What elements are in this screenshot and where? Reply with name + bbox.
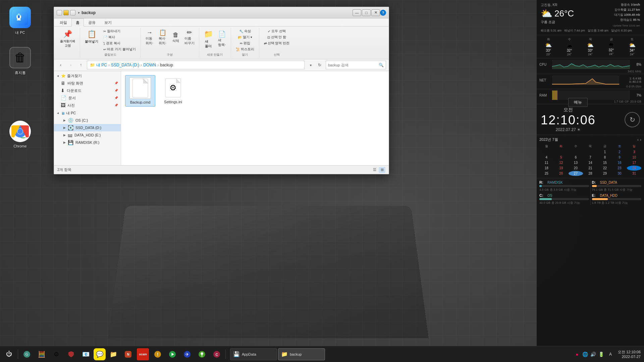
help-button[interactable]: ? (380, 10, 386, 16)
tab-file[interactable]: 파일 (55, 18, 71, 26)
cal-day-14[interactable]: 14 (583, 160, 598, 165)
cut-button[interactable]: ✂ 잘라내기 (101, 28, 138, 34)
cal-day-22[interactable]: 22 (598, 166, 612, 171)
taskbar-settings-button[interactable]: ⚙ (49, 348, 63, 361)
cal-day-1[interactable]: 1 (598, 149, 612, 155)
address-path[interactable]: 📁 내 PC › SSD_DATA (D:) › DOWN › backup (87, 61, 305, 69)
pin-button[interactable]: 📌 즐겨찾기에고정 (58, 28, 77, 49)
mypc-header[interactable]: ▼ 🖥 내 PC (54, 110, 121, 117)
open-button[interactable]: 📂 열기 ▾ (236, 35, 254, 40)
file-view[interactable]: Backup.cmd ⚙ Settings.ini (121, 71, 389, 165)
back-button[interactable]: ‹ (57, 61, 65, 69)
copy-button[interactable]: 📄 복사 (101, 35, 138, 40)
forward-button[interactable]: › (67, 61, 75, 69)
copy-path-button[interactable]: ⤵ 경로 복사 (101, 41, 138, 46)
cal-day-2[interactable]: 2 (612, 149, 627, 155)
paste-button[interactable]: 📋 붙여넣기 (83, 28, 100, 45)
copy-to-button[interactable]: 📋 복사위치· (157, 28, 169, 47)
cal-day-15[interactable]: 15 (598, 160, 612, 165)
tray-network-icon[interactable]: 🌐 (582, 351, 588, 358)
cal-next-button[interactable]: › (640, 137, 641, 142)
new-folder-button[interactable]: 📁 새폴더 (202, 28, 215, 50)
move-button[interactable]: → 이동위치· (144, 28, 156, 47)
cal-day-27-today[interactable]: 27 (569, 171, 583, 176)
sidebar-item-r[interactable]: ▶ 💾 RAMDISK (R:) (54, 139, 121, 146)
tray-volume-icon[interactable]: 🔊 (590, 351, 596, 358)
cal-day-21[interactable]: 21 (583, 166, 598, 171)
cal-day-3[interactable]: 3 (627, 149, 641, 155)
cal-day-11[interactable]: 11 (539, 160, 554, 165)
refresh-clock-button[interactable]: ↻ (625, 112, 640, 127)
close-button[interactable]: ✕ (371, 9, 380, 16)
cal-day-8[interactable]: 8 (598, 155, 612, 160)
delete-button[interactable]: 🗑 삭제 (170, 31, 182, 44)
favorites-header[interactable]: ▼ ⭐ 즐겨찾기 (54, 72, 121, 79)
search-input[interactable] (328, 63, 377, 67)
cal-day-10[interactable]: 10 (627, 155, 641, 160)
sidebar-item-photos[interactable]: 🖼 사진 📌 (54, 102, 121, 109)
taskbar-star-button[interactable]: ✈ (180, 348, 194, 361)
select-none-button[interactable]: ⊡ 선택 안 함 (265, 35, 288, 40)
rename-button[interactable]: ✏ 이름바꾸기 (183, 28, 196, 47)
dropdown-button[interactable]: ▾ (307, 61, 315, 69)
cal-day-28[interactable]: 28 (583, 171, 598, 176)
taskbar-mail-button[interactable]: 📧 (79, 348, 93, 361)
file-item-settings-ini[interactable]: ⚙ Settings.ini (158, 75, 188, 107)
tray-recording-icon[interactable]: ● (574, 351, 580, 358)
cal-day-16[interactable]: 16 (612, 160, 627, 165)
cal-day-26[interactable]: 26 (554, 171, 569, 176)
taskbar-alert-button[interactable]: ! (151, 348, 165, 361)
file-item-backup-cmd[interactable]: Backup.cmd (125, 75, 155, 107)
taskbar-apps-button[interactable]: G (20, 348, 34, 361)
cal-day-23[interactable]: 23 (612, 166, 627, 171)
taskbar-kakao-button[interactable]: 💬 (94, 348, 106, 360)
tray-lang-icon[interactable]: A (606, 351, 615, 358)
cal-day-12[interactable]: 12 (554, 160, 569, 165)
taskbar-backup-window[interactable]: 📁 backup (278, 348, 325, 360)
refresh-button[interactable]: ↻ (316, 61, 324, 69)
cal-day-25[interactable]: 25 (539, 171, 554, 176)
cal-day-19[interactable]: 19 (554, 166, 569, 171)
taskbar-shield-button[interactable] (64, 348, 78, 361)
tray-clock[interactable]: 오전 12:10:06 2022-07-27 (618, 350, 641, 359)
cal-day-18[interactable]: 18 (539, 166, 554, 171)
cal-day-5[interactable]: 5 (554, 155, 569, 160)
chrome-icon[interactable]: Chrome (7, 121, 34, 148)
cal-day-4[interactable]: 4 (539, 155, 554, 160)
maximize-button[interactable]: □ (362, 9, 371, 16)
menu-button[interactable]: 메뉴 (568, 98, 588, 107)
finder-icon[interactable]: 내 PC (7, 7, 34, 35)
search-box[interactable]: 🔍 (326, 61, 386, 69)
minimize-button[interactable]: — (353, 9, 361, 16)
cal-day-24[interactable]: 24 (627, 166, 641, 171)
taskbar-files-button[interactable]: 📁 (106, 348, 120, 361)
select-all-button[interactable]: ✓ 모두 선택 (266, 28, 288, 34)
cal-day-7[interactable]: 7 (583, 155, 598, 160)
properties-button[interactable]: 🔧 속성 (237, 28, 253, 34)
taskbar-app2-button[interactable]: C (210, 348, 224, 361)
sidebar-item-e[interactable]: ▶ 🖴 DATA_HDD (E:) (54, 131, 121, 139)
detail-view-button[interactable]: ☰ (371, 167, 378, 173)
sidebar-item-c[interactable]: ▶ 💿 OS (C:) (54, 117, 121, 124)
taskbar-game-button[interactable]: N (121, 348, 135, 361)
paste-shortcut-button[interactable]: ↩ 바로 가기 붙여넣기 (101, 47, 138, 52)
sidebar-item-desktop[interactable]: 🖥 바탕 화면 📌 (54, 79, 121, 87)
sidebar-item-downloads[interactable]: ⬇ 다운로드 📌 (54, 87, 121, 94)
history-button[interactable]: 📜 히스토리 (234, 47, 256, 52)
sidebar-item-d[interactable]: ▶ 💽 SSD_DATA (D:) (54, 124, 121, 131)
taskbar-calc-button[interactable]: 🧮 (35, 348, 49, 361)
cal-day-13[interactable]: 13 (569, 160, 583, 165)
cal-day-31[interactable]: 31 (627, 171, 641, 176)
new-item-button[interactable]: 📄 새항목· (216, 30, 228, 48)
icon-view-button[interactable]: ⊞ (379, 167, 385, 173)
invert-selection-button[interactable]: ⇄ 선택 영역 반전 (262, 41, 292, 46)
up-button[interactable]: ↑ (77, 61, 85, 69)
tab-view[interactable]: 보기 (100, 18, 116, 26)
taskbar-ocam-button[interactable]: ocam (136, 348, 150, 361)
cal-day-30[interactable]: 30 (612, 171, 627, 176)
cal-day-17[interactable]: 17 (627, 160, 641, 165)
taskbar-play-button[interactable] (165, 348, 179, 361)
cal-prev-button[interactable]: ‹ (637, 137, 639, 142)
cal-day-20[interactable]: 20 (569, 166, 583, 171)
taskbar-appdata-window[interactable]: 💾 AppData (230, 348, 277, 360)
